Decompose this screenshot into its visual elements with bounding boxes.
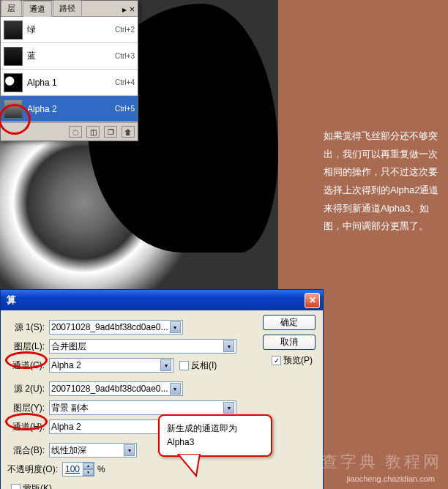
chevron-down-icon: ▾ (170, 321, 181, 333)
chevron-down-icon: ▾ (170, 383, 181, 395)
panel-close-icon[interactable]: × (130, 4, 135, 15)
checkbox-icon (11, 484, 20, 490)
panel-collapse-icon[interactable]: ▸ (122, 4, 127, 15)
combo-value: 背景 副本 (51, 402, 222, 414)
dialog-title: 算 (4, 294, 305, 307)
dialog-side-buttons: 确定 取消 预览(P) (263, 315, 316, 367)
opacity-label: 不透明度(O): (7, 463, 62, 476)
channels-panel: 层 通道 路径 ▸ × 绿 Ctrl+2 蓝 Ctrl+3 Alpha 1 Ct… (0, 0, 138, 141)
layer1-combo[interactable]: 合并图层 ▾ (49, 339, 236, 354)
mask-checkbox[interactable]: 蒙版(K)... (11, 482, 59, 490)
tab-layers[interactable]: 层 (1, 0, 22, 16)
channel-list: 绿 Ctrl+2 蓝 Ctrl+3 Alpha 1 Ctrl+4 Alpha 2… (1, 17, 138, 122)
checkbox-icon (179, 361, 189, 370)
cancel-button[interactable]: 取消 (263, 335, 316, 350)
preview-checkbox[interactable]: 预览(P) (272, 354, 313, 367)
channel-shortcut: Ctrl+2 (115, 26, 135, 34)
opacity-spinner[interactable]: 100 ▴▾ (62, 462, 94, 477)
source2-label: 源 2(U): (7, 383, 49, 395)
watermark-brand: 查字典 教程网 (321, 451, 443, 473)
layer2-combo[interactable]: 背景 副本 ▾ (49, 400, 236, 415)
combo-value: 线性加深 (51, 444, 122, 457)
channel-item-alpha2[interactable]: Alpha 2 Ctrl+5 (1, 96, 138, 122)
channel-thumb (4, 100, 23, 119)
calculations-dialog: 算 ✕ 确定 取消 预览(P) 源 1(S): 20071028_9ad4bf3… (0, 289, 324, 489)
dialog-titlebar[interactable]: 算 ✕ (1, 290, 323, 310)
channel-item-blue[interactable]: 蓝 Ctrl+3 (1, 43, 138, 70)
close-button[interactable]: ✕ (305, 293, 320, 308)
channel-thumb (4, 47, 23, 66)
callout-line2: Alpha3 (167, 436, 264, 449)
layer2-label: 图层(Y): (7, 402, 49, 414)
checkbox-icon (272, 356, 281, 365)
preview-label: 预览(P) (283, 354, 313, 367)
source1-combo[interactable]: 20071028_9ad4bf38cd0ae0... ▾ (49, 320, 183, 335)
tab-channels[interactable]: 通道 (23, 1, 52, 17)
opacity-value: 100 (63, 464, 83, 474)
channel-name: 绿 (27, 23, 115, 36)
invert1-label: 反相(I) (191, 359, 217, 372)
blend-combo[interactable]: 线性加深 ▾ (49, 443, 137, 458)
panel-footer: ◌ ◫ ❐ 🗑 (1, 122, 138, 141)
delete-channel-icon[interactable]: 🗑 (122, 126, 135, 138)
channel-shortcut: Ctrl+5 (115, 105, 135, 113)
percent-label: % (97, 464, 105, 474)
ok-button[interactable]: 确定 (263, 315, 316, 330)
annotation-callout: 新生成的通道即为 Alpha3 (158, 414, 272, 457)
combo-value: Alpha 2 (51, 422, 159, 432)
channel-item-alpha1[interactable]: Alpha 1 Ctrl+4 (1, 70, 138, 96)
svg-marker-0 (178, 454, 200, 476)
channel-name: Alpha 2 (27, 104, 115, 114)
combo-value: Alpha 2 (51, 360, 159, 370)
source2-combo[interactable]: 20071028_9ad4bf38cd0ae0... ▾ (49, 381, 183, 396)
new-channel-icon[interactable]: ❐ (104, 126, 117, 138)
callout-line1: 新生成的通道即为 (167, 422, 264, 436)
channel1-label: 通道(C): (7, 359, 49, 372)
combo-value: 20071028_9ad4bf38cd0ae0... (51, 384, 168, 394)
panel-menu-icons: ▸ × (119, 3, 138, 16)
mask-label: 蒙版(K)... (23, 482, 59, 490)
chevron-down-icon: ▾ (160, 359, 171, 371)
watermark-url: jiaocheng.chazidian.com (347, 474, 435, 483)
source1-label: 源 1(S): (7, 321, 49, 334)
tab-paths[interactable]: 路径 (53, 0, 82, 16)
callout-tail-icon (174, 454, 204, 477)
channel-thumb (4, 20, 23, 40)
combo-value: 20071028_9ad4bf38cd0ae0... (51, 322, 168, 332)
channel2-combo[interactable]: Alpha 2 ▾ (49, 419, 173, 434)
blend-label: 混合(B): (7, 444, 49, 457)
channel-shortcut: Ctrl+3 (115, 52, 135, 60)
channel2-label: 通道(H): (7, 421, 49, 433)
chevron-down-icon: ▾ (124, 444, 135, 456)
panel-tabs: 层 通道 路径 ▸ × (1, 1, 138, 17)
channel-name: Alpha 1 (27, 78, 115, 88)
instruction-text: 如果觉得飞丝部分还不够突出，我们可以再重复做一次相同的操作，只不过这次要选择上次… (324, 127, 441, 236)
save-selection-icon[interactable]: ◫ (86, 126, 100, 138)
channel-thumb (4, 73, 23, 92)
channel1-combo[interactable]: Alpha 2 ▾ (49, 358, 173, 373)
chevron-down-icon: ▾ (223, 340, 234, 352)
channel-item-green[interactable]: 绿 Ctrl+2 (1, 17, 138, 43)
chevron-down-icon: ▾ (223, 402, 234, 414)
dialog-body: 确定 取消 预览(P) 源 1(S): 20071028_9ad4bf38cd0… (1, 310, 323, 489)
layer1-label: 图层(L): (7, 340, 49, 353)
load-selection-icon[interactable]: ◌ (69, 126, 82, 138)
channel-shortcut: Ctrl+4 (115, 78, 135, 86)
channel-name: 蓝 (27, 50, 115, 62)
combo-value: 合并图层 (51, 340, 222, 353)
spinner-arrows[interactable]: ▴▾ (83, 463, 94, 476)
invert1-checkbox[interactable]: 反相(I) (179, 359, 217, 372)
